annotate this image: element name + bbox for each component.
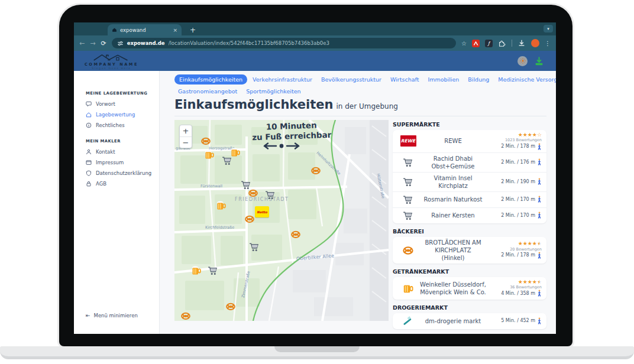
sidebar-item-kontakt[interactable]: Kontakt [74, 147, 159, 157]
browser-screen: expowand × + ▾ ← → ⟳ expowand.de /locati… [74, 22, 556, 334]
sidebar-item-lagebewertung[interactable]: Lagebewertung [74, 109, 159, 120]
cart-icon [403, 210, 413, 221]
site-settings-icon[interactable] [117, 40, 124, 47]
new-tab-button[interactable]: + [190, 27, 196, 34]
walking-icon [537, 158, 542, 166]
sidebar-item-datenschutz[interactable]: Datenschutzerklärung [74, 168, 159, 178]
tab-wirtschaft[interactable]: Wirtschaft [387, 75, 422, 84]
distance: 2 Min. / 178 m [487, 143, 542, 151]
map-canvas[interactable]: gstraße Herzogstraße Fürstenwall FRIEDRI… [174, 120, 389, 321]
tab-verkehrsinfrastruktur[interactable]: Verkehrsinfrastruktur [249, 75, 316, 84]
drugstore-card: dm-drogerie markt 5 Min. / 452 m [393, 313, 546, 329]
walk-radius-annotation: 10 Minuten zu Fuß erreichbar [242, 120, 340, 143]
pdf-extension-icon[interactable] [472, 40, 480, 47]
map-netto-logo[interactable]: Netto [255, 206, 269, 217]
distance: 2 Min. / 178 m [487, 252, 542, 259]
house-icon [86, 112, 92, 118]
store-row[interactable]: BROTLÄDCHEN AM KIRCHPLATZ(Hinkel) ★★★★★ … [393, 237, 546, 264]
tab-einkaufsmoeglichkeiten[interactable]: Einkaufsmöglichkeiten [174, 74, 247, 84]
minimize-menu-button[interactable]: Menü minimieren [86, 313, 138, 318]
section-title-supermaerkte: SUPERMÄRKTE [393, 121, 546, 128]
store-row[interactable]: Vitamin Insel Kirchplatz 2 Min. / 190 m [393, 172, 546, 191]
map-beer-icon[interactable] [191, 265, 202, 276]
distance: 2 Min. / 170 m [487, 212, 542, 219]
tab-close-icon[interactable]: × [173, 27, 177, 33]
sidebar-item-agb[interactable]: AGB [74, 178, 159, 189]
store-name: REWE [419, 137, 487, 145]
store-row[interactable]: Weinkeller Düsseldorf,Mövenpick Wein & C… [393, 277, 546, 300]
store-name: Rachid Dhabi Obst+Gemüse [419, 155, 487, 170]
profile-avatar[interactable] [531, 39, 539, 47]
store-row[interactable]: Rainer Kersten 2 Min. / 170 m [393, 207, 546, 223]
sun-icon [519, 57, 526, 64]
map-pretzel-icon[interactable] [180, 310, 191, 321]
tab-bildung[interactable]: Bildung [464, 75, 493, 84]
reload-icon[interactable]: ⟳ [101, 40, 106, 47]
bookmark-star-icon[interactable]: ☆ [461, 40, 467, 47]
sidebar-item-impressum[interactable]: Impressum [74, 157, 159, 168]
forward-icon[interactable]: → [90, 40, 95, 47]
title-divider [174, 116, 546, 116]
sidebar-item-rechtliches[interactable]: Rechtliches [74, 120, 159, 131]
page-title-main: Einkaufsmöglichkeiten [174, 98, 333, 112]
sidebar-item-label: Rechtliches [96, 122, 125, 128]
tab-gastronomieangebot[interactable]: Gastronomieangebot [174, 87, 241, 96]
minimize-menu-label: Menü minimieren [94, 313, 138, 318]
company-logo[interactable]: COMPANY NAME Slogan Goes Here [85, 53, 138, 70]
star-rating: ★★★★★ [487, 279, 542, 285]
back-icon[interactable]: ← [79, 40, 85, 47]
stores-panel: SUPERMÄRKTE REWE REWE ★★★★☆ 1023 Bewertu… [393, 120, 546, 333]
sidebar-item-label: Vorwort [96, 101, 115, 107]
download-report-button[interactable] [534, 56, 544, 66]
zoom-in-button[interactable]: + [180, 125, 192, 136]
map-pretzel-icon[interactable] [248, 187, 258, 198]
bakery-card: BROTLÄDCHEN AM KIRCHPLATZ(Hinkel) ★★★★★ … [393, 237, 546, 264]
supermarkets-card: REWE REWE ★★★★☆ 1023 Bewertungen 2 Min. … [393, 130, 546, 223]
body-row: gstraße Herzogstraße Fürstenwall FRIEDRI… [174, 120, 546, 333]
map-pretzel-icon[interactable] [310, 165, 321, 176]
company-slogan: Slogan Goes Here [92, 67, 131, 70]
extensions-puzzle-icon[interactable] [498, 39, 506, 47]
browser-menu-icon[interactable]: ⋮ [545, 40, 551, 47]
tab-bevoelkerungsstruktur[interactable]: Bevölkerungsstruktur [318, 75, 385, 84]
store-row[interactable]: REWE REWE ★★★★☆ 1023 Bewertungen 2 Min. … [393, 130, 546, 152]
store-row[interactable]: dm-drogerie markt 5 Min. / 452 m [393, 313, 546, 329]
map-pretzel-icon[interactable] [290, 229, 301, 239]
browser-tab[interactable]: expowand × [108, 24, 182, 35]
map-cart-icon[interactable] [222, 155, 232, 166]
tab-medizinische-versorgung[interactable]: Medizinische Versorgung [494, 75, 556, 84]
map-cart-icon[interactable] [249, 242, 260, 252]
url-domain: expowand.de [127, 40, 165, 46]
page-title: Einkaufsmöglichkeitenin der Umgebung [174, 98, 546, 112]
map-beer-icon[interactable] [204, 150, 215, 160]
map-beer-icon[interactable] [216, 200, 227, 211]
settings-sun-button[interactable] [517, 56, 528, 66]
cart-icon [403, 157, 413, 168]
map-pretzel-icon[interactable] [225, 301, 236, 311]
fx-extension-icon[interactable] [485, 40, 493, 47]
zoom-out-button[interactable]: − [180, 136, 192, 148]
url-bar[interactable]: expowand.de /locationValuation/index/542… [112, 38, 456, 48]
walking-icon [537, 143, 542, 151]
sidebar-item-label: Datenschutzerklärung [96, 170, 151, 176]
toolbar-divider [512, 40, 512, 47]
tab-immobilien[interactable]: Immobilien [424, 75, 462, 84]
lock-icon [86, 181, 92, 187]
store-name: Rosmarin Naturkost [419, 196, 487, 203]
map-pretzel-icon[interactable] [244, 213, 255, 224]
sidebar-group-lagebewertung: MEINE LAGEBEWERTUNG Vorwort Lagebewertun… [74, 91, 159, 131]
store-name: Vitamin Insel Kirchplatz [419, 174, 487, 190]
store-row[interactable]: Rosmarin Naturkost 2 Min. / 170 m [393, 191, 546, 207]
sidebar-item-vorwort[interactable]: Vorwort [74, 99, 159, 109]
tab-list-chevron-icon[interactable]: ▾ [544, 25, 553, 32]
downloads-icon[interactable] [517, 39, 526, 47]
window-icon [86, 160, 92, 165]
store-row[interactable]: Rachid Dhabi Obst+Gemüse 2 Min. / 176 m [393, 152, 546, 172]
content-area: MEINE LAGEBEWERTUNG Vorwort Lagebewertun… [74, 71, 556, 334]
map-pretzel-icon[interactable] [200, 135, 211, 146]
map-cart-icon[interactable] [265, 190, 276, 200]
tab-sportmoeglichkeiten[interactable]: Sportmöglichkeiten [242, 87, 304, 96]
map-cart-icon[interactable] [208, 265, 218, 276]
sidebar-section-title: MEINE LAGEBEWERTUNG [74, 91, 159, 99]
sidebar-item-label: Lagebewertung [96, 112, 135, 118]
